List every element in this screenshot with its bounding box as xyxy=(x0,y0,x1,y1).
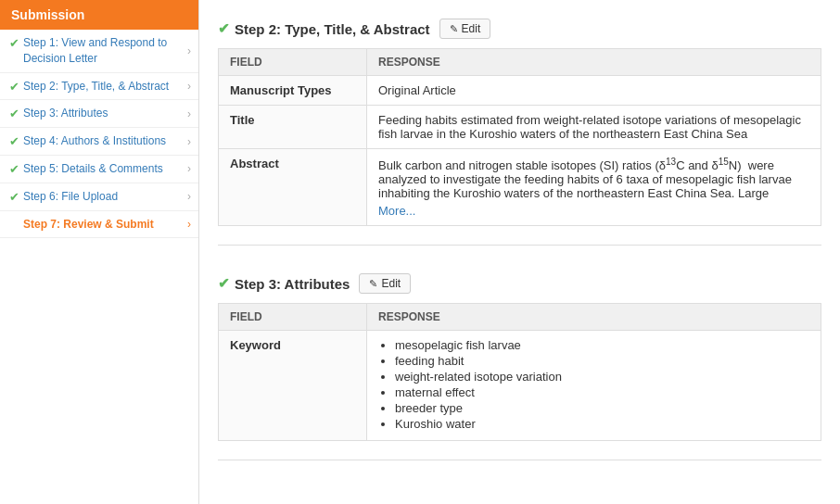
check-icon-step6: ✔ xyxy=(9,190,19,204)
abstract-more-link[interactable]: More... xyxy=(378,204,809,218)
chevron-icon-step1: › xyxy=(187,44,191,57)
col-header-field-step3: FIELD xyxy=(219,304,367,331)
chevron-icon-step3: › xyxy=(187,107,191,120)
main-content: ✔ Step 2: Type, Title, & Abstract ✎ Edit… xyxy=(199,0,840,504)
check-icon-step7: ✔ xyxy=(9,218,19,232)
sidebar-link-step1[interactable]: Step 1: View and Respond to Decision Let… xyxy=(23,35,187,67)
chevron-icon-step4: › xyxy=(187,135,191,148)
table-row-keyword: Keyword mesopelagic fish larvae feeding … xyxy=(219,331,821,441)
step2-section: ✔ Step 2: Type, Title, & Abstract ✎ Edit… xyxy=(218,9,821,246)
step2-header: ✔ Step 2: Type, Title, & Abstract ✎ Edit xyxy=(218,9,821,39)
sidebar-header: Submission xyxy=(0,0,198,30)
step2-title: ✔ Step 2: Type, Title, & Abstract xyxy=(218,20,430,37)
table-row-title: Title Feeding habits estimated from weig… xyxy=(219,106,821,149)
step2-table: FIELD RESPONSE Manuscript Types Original… xyxy=(218,48,821,226)
sidebar-item-step7[interactable]: ✔ Step 7: Review & Submit › xyxy=(0,211,198,239)
table-row-manuscript-types: Manuscript Types Original Article xyxy=(219,76,821,106)
step3-edit-button[interactable]: ✎ Edit xyxy=(359,273,411,294)
check-icon-step3: ✔ xyxy=(9,107,19,120)
sidebar-item-step5[interactable]: ✔ Step 5: Details & Comments › xyxy=(0,156,198,183)
check-icon-step5: ✔ xyxy=(9,162,19,176)
field-label-title: Title xyxy=(219,106,367,149)
sidebar-item-step2[interactable]: ✔ Step 2: Type, Title, & Abstract › xyxy=(0,73,198,101)
step3-header: ✔ Step 3: Attributes ✎ Edit xyxy=(218,264,821,294)
field-value-title: Feeding habits estimated from weight-rel… xyxy=(367,106,821,149)
step2-check-icon: ✔ xyxy=(218,20,230,37)
field-label-abstract: Abstract xyxy=(219,149,367,226)
table-row-abstract: Abstract Bulk carbon and nitrogen stable… xyxy=(219,149,821,226)
sidebar-link-step5[interactable]: Step 5: Details & Comments xyxy=(23,161,163,177)
chevron-icon-step5: › xyxy=(187,162,191,175)
col-header-field-step2: FIELD xyxy=(219,49,367,76)
step3-title: ✔ Step 3: Attributes xyxy=(218,275,350,292)
check-icon-step1: ✔ xyxy=(9,36,19,50)
col-header-response-step2: RESPONSE xyxy=(367,49,821,76)
sidebar-link-step7[interactable]: Step 7: Review & Submit xyxy=(23,217,154,233)
edit-icon-step3: ✎ xyxy=(369,278,377,290)
field-value-manuscript-types: Original Article xyxy=(367,76,821,106)
list-item: weight-related isotope variation xyxy=(395,370,809,384)
step2-edit-label: Edit xyxy=(462,22,481,35)
sidebar-link-step4[interactable]: Step 4: Authors & Institutions xyxy=(23,133,166,149)
check-icon-step2: ✔ xyxy=(9,80,19,94)
step3-section: ✔ Step 3: Attributes ✎ Edit FIELD RESPON… xyxy=(218,264,821,460)
sidebar-item-step3[interactable]: ✔ Step 3: Attributes › xyxy=(0,100,198,128)
keyword-list: mesopelagic fish larvae feeding habit we… xyxy=(378,338,809,431)
chevron-icon-step7: › xyxy=(187,218,191,231)
edit-icon-step2: ✎ xyxy=(450,23,458,35)
step3-table: FIELD RESPONSE Keyword mesopelagic fish … xyxy=(218,303,821,441)
step3-edit-label: Edit xyxy=(381,277,401,290)
chevron-icon-step2: › xyxy=(187,80,191,93)
list-item: Kuroshio water xyxy=(395,417,809,431)
sidebar-link-step2[interactable]: Step 2: Type, Title, & Abstract xyxy=(23,79,169,94)
list-item: mesopelagic fish larvae xyxy=(395,338,809,352)
sidebar-link-step3[interactable]: Step 3: Attributes xyxy=(23,106,108,121)
sidebar: Submission ✔ Step 1: View and Respond to… xyxy=(0,0,199,504)
field-value-keyword: mesopelagic fish larvae feeding habit we… xyxy=(367,331,821,441)
list-item: maternal effect xyxy=(395,385,809,399)
col-header-response-step3: RESPONSE xyxy=(367,304,821,331)
step2-edit-button[interactable]: ✎ Edit xyxy=(439,19,491,39)
list-item: breeder type xyxy=(395,401,809,415)
step3-title-text: Step 3: Attributes xyxy=(235,276,350,292)
step2-title-text: Step 2: Type, Title, & Abstract xyxy=(235,21,430,37)
field-label-keyword: Keyword xyxy=(219,331,367,441)
field-label-manuscript-types: Manuscript Types xyxy=(219,76,367,106)
chevron-icon-step6: › xyxy=(187,190,191,203)
sidebar-item-step6[interactable]: ✔ Step 6: File Upload › xyxy=(0,183,198,211)
sidebar-item-step1[interactable]: ✔ Step 1: View and Respond to Decision L… xyxy=(0,30,198,73)
sidebar-item-step4[interactable]: ✔ Step 4: Authors & Institutions › xyxy=(0,128,198,156)
sidebar-link-step6[interactable]: Step 6: File Upload xyxy=(23,189,118,205)
check-icon-step4: ✔ xyxy=(9,134,19,148)
step3-check-icon: ✔ xyxy=(218,275,230,292)
list-item: feeding habit xyxy=(395,354,809,368)
field-value-abstract: Bulk carbon and nitrogen stable isotopes… xyxy=(367,149,821,226)
